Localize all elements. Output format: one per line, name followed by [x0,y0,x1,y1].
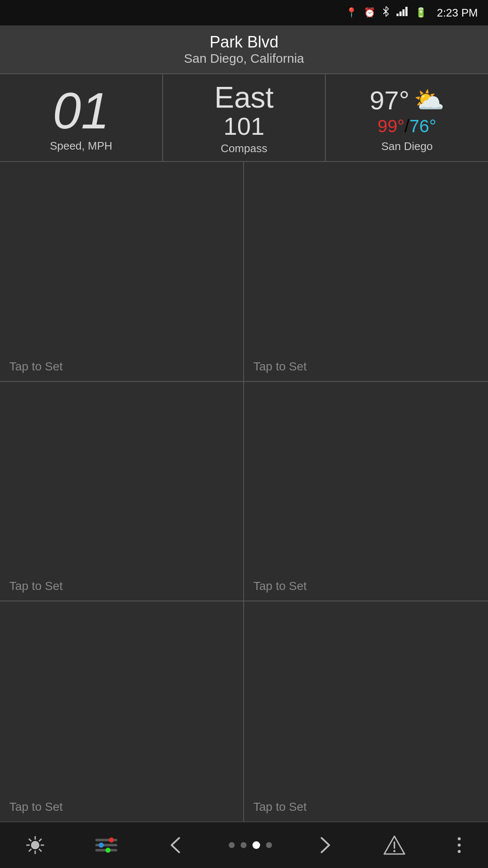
compass-label: Compass [221,142,267,155]
page-dot-2 [241,842,247,848]
svg-line-9 [29,839,31,841]
warning-button[interactable] [379,830,410,860]
tile-6-label: Tap to Set [253,800,307,814]
sliders-icon [95,839,117,851]
svg-line-11 [39,839,42,841]
weather-display: 97° ⛅ [370,85,444,115]
more-button[interactable] [451,830,468,860]
weather-temp: 97° [370,85,410,115]
page-dot-1 [229,842,235,848]
page-dot-3-active [252,841,260,849]
tile-5[interactable]: Tap to Set [0,601,244,821]
tile-3-label: Tap to Set [9,579,63,593]
compass-degrees: 101 [224,114,265,139]
compass-cell[interactable]: East 101 Compass [163,74,326,161]
warning-icon [383,835,405,856]
status-time: 2:23 PM [437,6,478,19]
back-icon [166,835,183,856]
battery-icon: 🔋 [415,7,427,18]
tile-2-label: Tap to Set [253,360,307,373]
weather-hi-lo: 99°/76° [377,116,436,136]
forward-button[interactable] [313,830,338,860]
signal-icon [396,7,408,19]
svg-rect-1 [399,11,402,16]
speed-label: Speed, MPH [50,139,112,153]
settings-button[interactable] [91,835,122,856]
svg-line-12 [29,849,31,851]
tile-1[interactable]: Tap to Set [0,162,244,382]
speed-value: 01 [53,85,109,136]
city-name: San Diego, California [4,51,484,66]
page-dot-4 [266,842,272,848]
brightness-button[interactable] [20,830,50,860]
forward-icon [317,835,334,856]
more-icon [455,835,463,856]
tile-2[interactable]: Tap to Set [244,162,488,382]
svg-point-4 [31,841,39,849]
bottom-toolbar [0,821,488,868]
status-bar: 📍 ⏰ 🔋 2:23 PM [0,0,488,25]
svg-line-10 [39,849,42,851]
weather-low: 76° [410,116,437,136]
tile-3[interactable]: Tap to Set [0,382,244,602]
compass-direction: East [214,83,274,112]
location-pin-icon: 📍 [346,7,357,18]
brightness-icon [25,835,46,856]
tile-5-label: Tap to Set [9,800,63,814]
bluetooth-icon [382,6,390,19]
tile-4-label: Tap to Set [253,579,307,593]
weather-cloud-icon: ⛅ [414,86,444,114]
tiles-grid: Tap to Set Tap to Set Tap to Set Tap to … [0,162,488,821]
weather-high: 99° [377,116,405,136]
speed-cell[interactable]: 01 Speed, MPH [0,74,163,161]
weather-cell[interactable]: 97° ⛅ 99°/76° San Diego [326,74,488,161]
location-header: Park Blvd San Diego, California [0,25,488,74]
svg-rect-0 [396,14,399,16]
tile-6[interactable]: Tap to Set [244,601,488,821]
tile-4[interactable]: Tap to Set [244,382,488,602]
tile-1-label: Tap to Set [9,360,63,373]
svg-point-18 [458,850,460,853]
street-name: Park Blvd [4,33,484,51]
svg-point-15 [394,850,396,852]
alarm-icon: ⏰ [364,7,375,18]
pagination [229,841,272,849]
top-data-row: 01 Speed, MPH East 101 Compass 97° ⛅ 99°… [0,74,488,162]
back-button[interactable] [162,830,188,860]
svg-point-17 [458,844,460,847]
weather-city: San Diego [381,140,433,153]
svg-rect-2 [402,9,405,16]
svg-point-16 [458,837,460,840]
svg-rect-3 [405,7,408,16]
